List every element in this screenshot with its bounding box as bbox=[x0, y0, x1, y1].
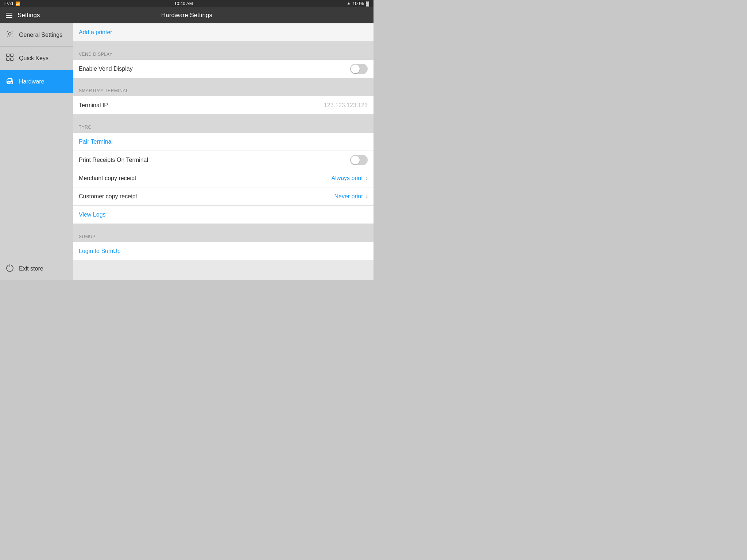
print-receipts-label: Print Receipts On Terminal bbox=[79, 157, 350, 163]
sidebar-item-general-settings[interactable]: General Settings bbox=[0, 23, 73, 47]
gap-2 bbox=[73, 78, 374, 85]
login-sumup-label: Login to SumUp bbox=[79, 248, 368, 254]
customer-copy-chevron: › bbox=[366, 193, 368, 200]
svg-rect-6 bbox=[8, 82, 11, 83]
svg-rect-1 bbox=[7, 54, 9, 57]
ipad-label: iPad bbox=[4, 1, 13, 6]
sidebar-item-label-general: General Settings bbox=[19, 32, 62, 38]
terminal-ip-row[interactable]: Terminal IP 123.123.123.123 bbox=[73, 96, 374, 114]
grid-icon bbox=[6, 53, 14, 63]
sidebar-item-exit-store[interactable]: Exit store bbox=[0, 257, 73, 280]
merchant-copy-row[interactable]: Merchant copy receipt Always print › bbox=[73, 169, 374, 187]
terminal-ip-value: 123.123.123.123 bbox=[324, 102, 368, 109]
merchant-copy-label: Merchant copy receipt bbox=[79, 175, 331, 182]
gap-3 bbox=[73, 114, 374, 122]
enable-vend-display-toggle[interactable] bbox=[350, 64, 368, 74]
sidebar-spacer bbox=[0, 93, 73, 257]
sidebar-title: Settings bbox=[18, 12, 40, 19]
svg-rect-4 bbox=[11, 58, 13, 61]
toggle-thumb bbox=[351, 65, 360, 73]
pair-terminal-label: Pair Terminal bbox=[79, 139, 368, 145]
bluetooth-icon: ∗ bbox=[347, 1, 351, 6]
print-receipts-row[interactable]: Print Receipts On Terminal bbox=[73, 151, 374, 169]
merchant-copy-chevron: › bbox=[366, 175, 368, 182]
enable-vend-display-row[interactable]: Enable Vend Display bbox=[73, 60, 374, 78]
status-bar: iPad 📶 10:40 AM ∗ 100% ▓ bbox=[0, 0, 374, 7]
svg-rect-7 bbox=[8, 83, 10, 84]
status-time: 10:40 AM bbox=[174, 1, 193, 6]
add-printer-row[interactable]: Add a printer bbox=[73, 23, 374, 42]
print-receipts-toggle-thumb bbox=[351, 156, 360, 164]
terminal-ip-label: Terminal IP bbox=[79, 102, 324, 109]
add-printer-label: Add a printer bbox=[79, 29, 368, 36]
customer-copy-label: Customer copy receipt bbox=[79, 193, 334, 200]
sidebar-item-label-hardware: Hardware bbox=[19, 78, 44, 85]
tyro-header: TYRO bbox=[73, 122, 374, 133]
sidebar-item-quick-keys[interactable]: Quick Keys bbox=[0, 47, 73, 70]
svg-rect-3 bbox=[7, 58, 9, 61]
sumup-header: SUMUP bbox=[73, 231, 374, 242]
pair-terminal-row[interactable]: Pair Terminal bbox=[73, 133, 374, 151]
printer-icon bbox=[6, 77, 14, 86]
power-icon bbox=[6, 264, 14, 273]
sidebar-item-hardware[interactable]: Hardware bbox=[0, 70, 73, 93]
sidebar-item-label-quickkeys: Quick Keys bbox=[19, 55, 49, 62]
enable-vend-display-label: Enable Vend Display bbox=[79, 66, 350, 72]
view-logs-row[interactable]: View Logs bbox=[73, 206, 374, 224]
battery-icon: ▓ bbox=[366, 1, 369, 6]
view-logs-label: View Logs bbox=[79, 211, 368, 218]
merchant-copy-value: Always print bbox=[331, 175, 363, 182]
gap-4 bbox=[73, 224, 374, 231]
gear-icon bbox=[6, 30, 14, 40]
svg-rect-2 bbox=[11, 54, 13, 57]
wifi-icon: 📶 bbox=[15, 1, 20, 6]
sidebar-item-label-exit: Exit store bbox=[19, 265, 43, 272]
login-sumup-row[interactable]: Login to SumUp bbox=[73, 242, 374, 260]
main-layout: General Settings Quick Keys bbox=[0, 23, 374, 280]
smartpay-header: SMARTPAY TERMINAL bbox=[73, 85, 374, 96]
sidebar-header: Settings bbox=[0, 12, 73, 19]
status-left: iPad 📶 bbox=[4, 1, 20, 6]
svg-point-0 bbox=[9, 33, 11, 35]
hamburger-menu[interactable] bbox=[6, 13, 12, 18]
vend-display-header: VEND DISPLAY bbox=[73, 49, 374, 60]
status-right: ∗ 100% ▓ bbox=[347, 1, 369, 6]
battery-label: 100% bbox=[353, 1, 364, 6]
sidebar: General Settings Quick Keys bbox=[0, 23, 73, 280]
customer-copy-row[interactable]: Customer copy receipt Never print › bbox=[73, 187, 374, 206]
content-area: Add a printer VEND DISPLAY Enable Vend D… bbox=[73, 23, 374, 280]
header-bar: Settings Hardware Settings bbox=[0, 7, 374, 23]
print-receipts-toggle[interactable] bbox=[350, 155, 368, 165]
customer-copy-value: Never print bbox=[334, 193, 363, 200]
gap-1 bbox=[73, 42, 374, 49]
page-title: Hardware Settings bbox=[73, 12, 301, 19]
